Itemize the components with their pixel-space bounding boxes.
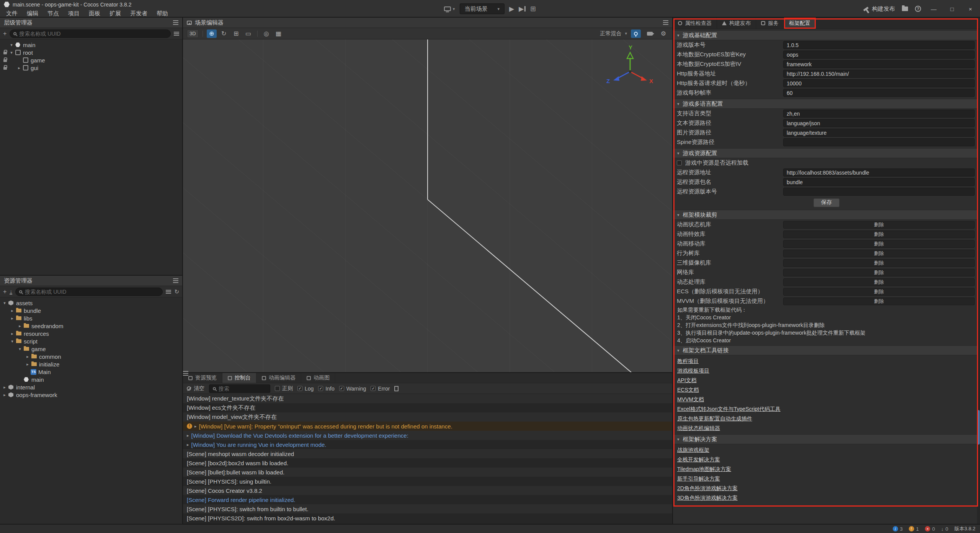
menu-item[interactable]: 节点 [43, 9, 64, 18]
step-button[interactable]: ▶ [519, 5, 526, 13]
checkbox-icon[interactable] [371, 386, 376, 391]
menu-item[interactable]: 开发者 [126, 9, 152, 18]
error-counter[interactable]: 0 [925, 526, 935, 532]
panel-menu-icon[interactable] [183, 373, 188, 374]
log-row[interactable]: ▸ [Scene] [bullet]:bullet wasm lib loade… [183, 468, 672, 477]
asset-node-row[interactable]: ▸ oops-framework [0, 391, 182, 399]
help-icon[interactable]: ? [915, 6, 921, 12]
rect-tool-button[interactable]: ▭ [243, 29, 253, 38]
asset-node-row[interactable]: ▾ game [0, 345, 182, 353]
asset-node-row[interactable]: ▾ assets [0, 299, 182, 307]
panel-menu-icon[interactable] [173, 22, 178, 23]
hierarchy-node-row[interactable]: game [0, 56, 182, 64]
doc-link[interactable]: Excel格式转Json文件与TypeScript代码工具 [677, 404, 781, 414]
delete-module-button[interactable]: 删除 [783, 250, 975, 257]
hierarchy-node-row[interactable]: ▾ main [0, 41, 182, 49]
caret-icon[interactable]: ▸ [2, 392, 8, 397]
menu-item[interactable]: 面板 [84, 9, 105, 18]
delete-module-button[interactable]: 删除 [783, 288, 975, 296]
scene-viewport[interactable]: Y X Z [183, 39, 672, 372]
menu-item[interactable]: 扩展 [105, 9, 126, 18]
delete-module-button[interactable]: 删除 [783, 278, 975, 286]
filter-icon[interactable] [174, 33, 179, 34]
solution-link[interactable]: 战旗游戏框架 [677, 445, 709, 455]
asset-node-row[interactable]: Main [0, 368, 182, 376]
caret-icon[interactable]: ▸ [9, 331, 15, 336]
asset-node-row[interactable]: ▸ internal [0, 383, 182, 391]
field-input[interactable] [783, 188, 975, 196]
caret-icon[interactable]: ▸ [17, 324, 23, 329]
checkbox-icon[interactable] [339, 386, 344, 391]
asset-node-row[interactable]: ▸ bundle [0, 307, 182, 314]
field-input[interactable] [783, 89, 975, 97]
asset-node-row[interactable]: ▸ resources [0, 330, 182, 337]
console-tab[interactable]: 控制台 [222, 373, 256, 383]
field-input[interactable] [783, 79, 975, 87]
log-row[interactable]: ▸ [Scene] [PHYSICS]: using builtin. [183, 477, 672, 486]
project-folder-icon[interactable] [902, 7, 908, 11]
pivot-toggle-button[interactable]: ◎ [261, 29, 271, 38]
console-searchbox[interactable] [209, 384, 270, 393]
doc-link[interactable]: MVVM文档 [677, 395, 704, 404]
solution-link[interactable]: 2D角色扮演游戏解决方案 [677, 484, 738, 493]
translate-tool-button[interactable]: ⊕ [207, 29, 217, 38]
delete-module-button[interactable]: 删除 [783, 221, 975, 229]
caret-icon[interactable]: ▾ [2, 301, 8, 306]
section-header-solutions[interactable]: ▾ 框架解决方案 [673, 434, 980, 444]
field-input[interactable] [783, 41, 975, 49]
delete-module-button[interactable]: 删除 [783, 240, 975, 248]
console-search-input[interactable] [219, 386, 266, 392]
save-button[interactable]: 保存 [813, 198, 840, 207]
import-asset-icon[interactable]: ↓ [10, 289, 12, 294]
asset-node-row[interactable]: ▸ initialize [0, 360, 182, 368]
solution-link[interactable]: 3D角色扮演游戏解决方案 [677, 493, 738, 503]
scene-camera-button[interactable] [645, 29, 655, 38]
log-row[interactable]: ▸ [Scene] [PHYSICS2D]: switch from box2d… [183, 513, 672, 523]
log-expand-caret[interactable]: ▸ [187, 433, 189, 438]
log-filter-checkbox[interactable]: Warning [339, 386, 366, 392]
scale-tool-button[interactable]: ⊞ [231, 29, 241, 38]
inspector-tab[interactable]: 构建发布 [717, 18, 756, 29]
doc-link[interactable]: 动画状态机编辑器 [677, 423, 720, 433]
section-header-resource[interactable]: ▾ 游戏资源配置 [673, 148, 980, 158]
checkbox-icon[interactable] [275, 386, 280, 391]
caret-icon[interactable]: ▾ [8, 50, 15, 55]
log-row[interactable]: ▸ [Window] [Vue warn]: Property "onInput… [183, 422, 672, 431]
warning-counter[interactable]: 1 [909, 526, 919, 532]
remote-load-checkbox[interactable] [677, 160, 682, 165]
clear-console-button[interactable]: 清空 [187, 385, 204, 392]
build-publish-button[interactable]: 构建发布 [863, 5, 895, 13]
scene-select[interactable]: 当前场景 ▾ [459, 3, 505, 14]
close-button[interactable]: × [965, 6, 976, 12]
caret-icon[interactable]: ▸ [9, 308, 15, 313]
log-row[interactable]: ▸ [Scene] Cocos Creator v3.8.2 [183, 486, 672, 495]
log-expand-caret[interactable]: ▸ [194, 424, 197, 429]
scrollbar[interactable] [977, 29, 980, 524]
layout-grid-icon[interactable]: ⊞ [530, 5, 536, 13]
panel-menu-icon[interactable] [663, 22, 668, 23]
section-header-basic[interactable]: ▾ 游戏基础配置 [673, 30, 980, 40]
log-row[interactable]: ▸ [Window] render_texture文件夹不存在 [183, 394, 672, 403]
field-input[interactable] [783, 119, 975, 127]
caret-icon[interactable]: ▾ [9, 339, 15, 344]
caret-icon[interactable]: ▸ [24, 362, 31, 367]
log-filter-checkbox[interactable]: Log [297, 386, 314, 392]
section-header-language[interactable]: ▾ 游戏多语言配置 [673, 99, 980, 109]
inspector-tab[interactable]: 属性检查器 [673, 18, 717, 29]
caret-icon[interactable]: ▸ [16, 65, 22, 70]
delete-module-button[interactable]: 删除 [783, 231, 975, 238]
log-row[interactable]: ▸ [Window] You are running Vue in develo… [183, 440, 672, 449]
log-filter-checkbox[interactable]: Error [371, 386, 390, 392]
caret-icon[interactable]: ▾ [17, 347, 23, 352]
export-log-icon[interactable] [394, 386, 399, 391]
field-input[interactable] [783, 129, 975, 137]
info-counter[interactable]: 3 [893, 526, 903, 532]
field-input[interactable] [783, 138, 975, 146]
menu-item[interactable]: 项目 [64, 9, 84, 18]
hierarchy-node-row[interactable]: ▸ gui [0, 64, 182, 72]
menu-item[interactable]: 帮助 [152, 9, 173, 18]
orientation-gizmo[interactable]: Y X Z [603, 43, 657, 93]
doc-link[interactable]: 原生包热更新配置自动生成插件 [677, 414, 752, 423]
log-row[interactable]: ▸ [Scene] meshopt wasm decoder initializ… [183, 449, 672, 458]
mode-3d-button[interactable]: 3D [187, 29, 199, 38]
